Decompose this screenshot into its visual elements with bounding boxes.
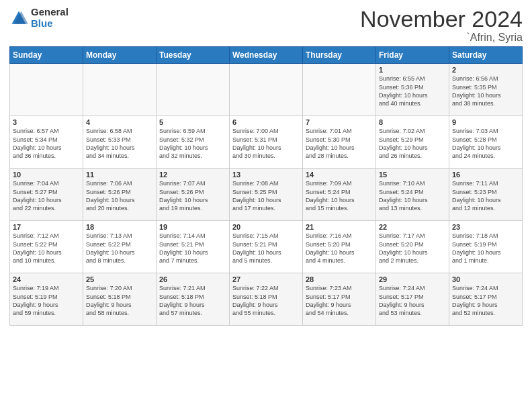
calendar-day-cell: 8Sunrise: 7:02 AM Sunset: 5:29 PM Daylig… xyxy=(376,116,449,169)
calendar-day-cell: 6Sunrise: 7:00 AM Sunset: 5:31 PM Daylig… xyxy=(230,116,303,169)
weekday-header: Friday xyxy=(376,47,449,64)
day-number: 9 xyxy=(452,118,519,126)
calendar-day-cell: 21Sunrise: 7:16 AM Sunset: 5:20 PM Dayli… xyxy=(303,221,376,273)
day-info: Sunrise: 7:00 AM Sunset: 5:31 PM Dayligh… xyxy=(232,127,300,160)
calendar-day-cell xyxy=(303,64,376,116)
location: `Afrin, Syria xyxy=(360,32,523,44)
day-number: 15 xyxy=(379,171,446,179)
day-info: Sunrise: 7:02 AM Sunset: 5:29 PM Dayligh… xyxy=(379,127,446,160)
day-info: Sunrise: 7:23 AM Sunset: 5:17 PM Dayligh… xyxy=(306,284,373,317)
day-number: 17 xyxy=(13,223,80,231)
calendar-day-cell: 26Sunrise: 7:21 AM Sunset: 5:18 PM Dayli… xyxy=(157,273,230,326)
calendar-day-cell xyxy=(230,64,303,116)
calendar-day-cell: 25Sunrise: 7:20 AM Sunset: 5:18 PM Dayli… xyxy=(83,273,157,326)
calendar-day-cell: 18Sunrise: 7:13 AM Sunset: 5:22 PM Dayli… xyxy=(83,221,157,273)
calendar-week-row: 10Sunrise: 7:04 AM Sunset: 5:27 PM Dayli… xyxy=(10,169,523,221)
calendar-day-cell xyxy=(83,64,157,116)
logo-icon xyxy=(9,9,28,28)
title-block: November 2024 `Afrin, Syria xyxy=(360,7,523,44)
day-number: 5 xyxy=(159,118,226,126)
day-info: Sunrise: 7:07 AM Sunset: 5:26 PM Dayligh… xyxy=(159,179,226,212)
page: General Blue November 2024 `Afrin, Syria… xyxy=(0,0,532,411)
logo: General Blue xyxy=(9,7,69,29)
calendar-day-cell: 11Sunrise: 7:06 AM Sunset: 5:26 PM Dayli… xyxy=(83,169,157,221)
day-info: Sunrise: 6:57 AM Sunset: 5:34 PM Dayligh… xyxy=(13,127,80,160)
calendar-day-cell: 19Sunrise: 7:14 AM Sunset: 5:21 PM Dayli… xyxy=(157,221,230,273)
calendar-day-cell: 15Sunrise: 7:10 AM Sunset: 5:24 PM Dayli… xyxy=(376,169,449,221)
calendar-day-cell: 4Sunrise: 6:58 AM Sunset: 5:33 PM Daylig… xyxy=(83,116,157,169)
day-info: Sunrise: 7:15 AM Sunset: 5:21 PM Dayligh… xyxy=(232,232,300,265)
calendar-day-cell: 28Sunrise: 7:23 AM Sunset: 5:17 PM Dayli… xyxy=(303,273,376,326)
day-info: Sunrise: 7:17 AM Sunset: 5:20 PM Dayligh… xyxy=(379,232,446,265)
day-number: 23 xyxy=(452,223,519,231)
calendar-day-cell: 1Sunrise: 6:55 AM Sunset: 5:36 PM Daylig… xyxy=(376,64,449,116)
day-number: 24 xyxy=(13,275,80,283)
calendar-week-row: 24Sunrise: 7:19 AM Sunset: 5:19 PM Dayli… xyxy=(10,273,523,326)
day-number: 26 xyxy=(159,275,226,283)
day-number: 20 xyxy=(232,223,300,231)
day-info: Sunrise: 7:24 AM Sunset: 5:17 PM Dayligh… xyxy=(452,284,519,317)
day-info: Sunrise: 7:19 AM Sunset: 5:19 PM Dayligh… xyxy=(13,284,80,317)
day-number: 27 xyxy=(232,275,300,283)
day-number: 1 xyxy=(379,66,446,74)
calendar-day-cell: 24Sunrise: 7:19 AM Sunset: 5:19 PM Dayli… xyxy=(10,273,83,326)
calendar-day-cell: 27Sunrise: 7:22 AM Sunset: 5:18 PM Dayli… xyxy=(230,273,303,326)
day-number: 10 xyxy=(13,171,80,179)
day-info: Sunrise: 7:20 AM Sunset: 5:18 PM Dayligh… xyxy=(86,284,153,317)
day-info: Sunrise: 7:01 AM Sunset: 5:30 PM Dayligh… xyxy=(306,127,373,160)
day-info: Sunrise: 7:22 AM Sunset: 5:18 PM Dayligh… xyxy=(232,284,300,317)
calendar-day-cell: 9Sunrise: 7:03 AM Sunset: 5:28 PM Daylig… xyxy=(449,116,523,169)
calendar-day-cell: 29Sunrise: 7:24 AM Sunset: 5:17 PM Dayli… xyxy=(376,273,449,326)
day-info: Sunrise: 7:03 AM Sunset: 5:28 PM Dayligh… xyxy=(452,127,519,160)
weekday-header: Tuesday xyxy=(157,47,230,64)
day-number: 4 xyxy=(86,118,153,126)
calendar-day-cell: 20Sunrise: 7:15 AM Sunset: 5:21 PM Dayli… xyxy=(230,221,303,273)
day-number: 28 xyxy=(306,275,373,283)
calendar-day-cell: 7Sunrise: 7:01 AM Sunset: 5:30 PM Daylig… xyxy=(303,116,376,169)
calendar-week-row: 1Sunrise: 6:55 AM Sunset: 5:36 PM Daylig… xyxy=(10,64,523,116)
calendar-day-cell: 5Sunrise: 6:59 AM Sunset: 5:32 PM Daylig… xyxy=(157,116,230,169)
calendar-week-row: 3Sunrise: 6:57 AM Sunset: 5:34 PM Daylig… xyxy=(10,116,523,169)
calendar-day-cell: 12Sunrise: 7:07 AM Sunset: 5:26 PM Dayli… xyxy=(157,169,230,221)
day-number: 2 xyxy=(452,66,519,74)
logo-general: General xyxy=(31,7,69,18)
day-info: Sunrise: 7:24 AM Sunset: 5:17 PM Dayligh… xyxy=(379,284,446,317)
day-info: Sunrise: 6:56 AM Sunset: 5:35 PM Dayligh… xyxy=(452,75,519,107)
day-number: 30 xyxy=(452,275,519,283)
day-info: Sunrise: 7:10 AM Sunset: 5:24 PM Dayligh… xyxy=(379,179,446,212)
calendar-table: SundayMondayTuesdayWednesdayThursdayFrid… xyxy=(9,46,523,326)
day-info: Sunrise: 7:14 AM Sunset: 5:21 PM Dayligh… xyxy=(159,232,226,265)
day-info: Sunrise: 7:08 AM Sunset: 5:25 PM Dayligh… xyxy=(232,179,300,212)
day-number: 6 xyxy=(232,118,300,126)
day-info: Sunrise: 7:06 AM Sunset: 5:26 PM Dayligh… xyxy=(86,179,153,212)
weekday-header: Monday xyxy=(83,47,157,64)
calendar-day-cell xyxy=(157,64,230,116)
calendar-day-cell: 30Sunrise: 7:24 AM Sunset: 5:17 PM Dayli… xyxy=(449,273,523,326)
day-number: 21 xyxy=(306,223,373,231)
day-info: Sunrise: 7:11 AM Sunset: 5:23 PM Dayligh… xyxy=(452,179,519,212)
weekday-header: Sunday xyxy=(10,47,83,64)
day-info: Sunrise: 6:55 AM Sunset: 5:36 PM Dayligh… xyxy=(379,75,446,107)
day-info: Sunrise: 7:04 AM Sunset: 5:27 PM Dayligh… xyxy=(13,179,80,212)
day-info: Sunrise: 7:09 AM Sunset: 5:24 PM Dayligh… xyxy=(306,179,373,212)
calendar-day-cell: 10Sunrise: 7:04 AM Sunset: 5:27 PM Dayli… xyxy=(10,169,83,221)
calendar-header-row: SundayMondayTuesdayWednesdayThursdayFrid… xyxy=(10,47,523,64)
calendar-day-cell: 23Sunrise: 7:18 AM Sunset: 5:19 PM Dayli… xyxy=(449,221,523,273)
calendar-day-cell: 22Sunrise: 7:17 AM Sunset: 5:20 PM Dayli… xyxy=(376,221,449,273)
calendar-day-cell: 3Sunrise: 6:57 AM Sunset: 5:34 PM Daylig… xyxy=(10,116,83,169)
day-info: Sunrise: 7:13 AM Sunset: 5:22 PM Dayligh… xyxy=(86,232,153,265)
month-title: November 2024 xyxy=(360,7,523,32)
day-info: Sunrise: 6:58 AM Sunset: 5:33 PM Dayligh… xyxy=(86,127,153,160)
logo-text: General Blue xyxy=(31,7,69,29)
day-info: Sunrise: 7:16 AM Sunset: 5:20 PM Dayligh… xyxy=(306,232,373,265)
day-number: 29 xyxy=(379,275,446,283)
day-number: 25 xyxy=(86,275,153,283)
calendar-day-cell: 16Sunrise: 7:11 AM Sunset: 5:23 PM Dayli… xyxy=(449,169,523,221)
day-number: 13 xyxy=(232,171,300,179)
day-number: 16 xyxy=(452,171,519,179)
day-info: Sunrise: 7:21 AM Sunset: 5:18 PM Dayligh… xyxy=(159,284,226,317)
calendar-day-cell: 13Sunrise: 7:08 AM Sunset: 5:25 PM Dayli… xyxy=(230,169,303,221)
weekday-header: Saturday xyxy=(449,47,523,64)
calendar-week-row: 17Sunrise: 7:12 AM Sunset: 5:22 PM Dayli… xyxy=(10,221,523,273)
day-info: Sunrise: 6:59 AM Sunset: 5:32 PM Dayligh… xyxy=(159,127,226,160)
